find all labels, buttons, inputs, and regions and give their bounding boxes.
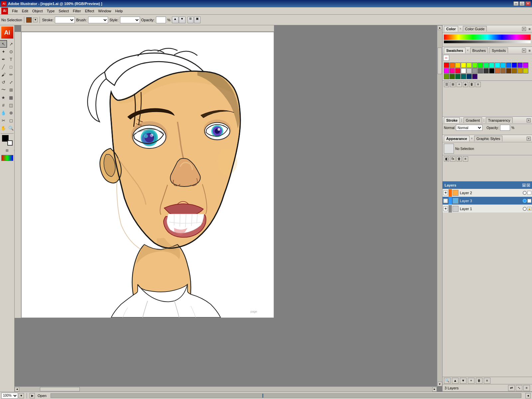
swatch-color-00ccff[interactable] bbox=[500, 63, 506, 68]
blend-mode-select[interactable]: Normal Multiply Screen bbox=[456, 125, 482, 131]
layers-new-layer-btn[interactable]: + bbox=[468, 378, 474, 384]
swatch-color-66ff00[interactable] bbox=[472, 63, 477, 68]
layers-expand-btn[interactable]: ▲ bbox=[522, 184, 526, 187]
swatch-color-336600[interactable] bbox=[450, 74, 455, 79]
app-del-btn[interactable]: 🗑 bbox=[457, 156, 462, 162]
swatch-del-btn[interactable]: 🗑 bbox=[469, 82, 474, 87]
selection-tool[interactable]: ↖ bbox=[0, 40, 7, 48]
opacity-panel-input[interactable]: 19 bbox=[500, 125, 510, 131]
layer-1-target[interactable] bbox=[523, 207, 527, 211]
swatch-color-006633[interactable] bbox=[455, 74, 461, 79]
layer-3-visibility[interactable]: 👁 bbox=[443, 199, 448, 203]
scroll-down-btn[interactable]: ▼ bbox=[438, 382, 442, 386]
tab-symbols[interactable]: Symbols bbox=[489, 48, 508, 53]
swatch-color-003366[interactable] bbox=[466, 74, 472, 79]
layer-3-lock[interactable] bbox=[527, 199, 531, 203]
tab-gradient[interactable]: Gradient bbox=[464, 117, 482, 123]
tab-swatches-x[interactable]: × bbox=[467, 49, 469, 52]
swatch-color-00ffcc[interactable] bbox=[489, 63, 494, 68]
opacity-input[interactable]: 19 bbox=[156, 17, 166, 23]
swatch-color-ccff00[interactable] bbox=[466, 63, 472, 68]
fill-option-btn[interactable]: ▼ bbox=[33, 18, 38, 22]
tab-graphic-styles[interactable]: Graphic Styles bbox=[474, 136, 503, 141]
tab-swatches[interactable]: Swatches bbox=[444, 48, 466, 53]
swatch-color-006666[interactable] bbox=[461, 74, 466, 79]
eraser-tool[interactable]: ◻ bbox=[7, 117, 15, 124]
screen-mode-btn[interactable] bbox=[1, 155, 13, 161]
swatch-color-ffcc00[interactable] bbox=[455, 63, 461, 68]
swatch-color-00ff00[interactable] bbox=[478, 63, 483, 68]
scroll-up-btn[interactable]: ▲ bbox=[438, 25, 442, 30]
minimize-button[interactable]: – bbox=[513, 1, 519, 6]
swatch-color-ff0033[interactable] bbox=[455, 68, 461, 73]
swatch-color-ffff00[interactable] bbox=[461, 63, 466, 68]
zoom-select[interactable]: 100% 50% 200% bbox=[1, 393, 18, 399]
swatch-color-ff0000[interactable] bbox=[444, 63, 449, 68]
swatch-color-996600[interactable] bbox=[512, 68, 517, 73]
layer-row-2[interactable]: 👁 Layer 2 bbox=[443, 189, 532, 197]
swatch-type-btn[interactable]: ◈ bbox=[463, 82, 468, 87]
title-bar-controls[interactable]: – □ × bbox=[513, 1, 531, 6]
menu-effect[interactable]: Effect bbox=[83, 8, 96, 14]
menu-help[interactable]: Help bbox=[113, 8, 125, 14]
tab-transparency[interactable]: Transparency bbox=[486, 117, 513, 123]
menu-file[interactable]: File bbox=[10, 8, 20, 14]
scissors-tool[interactable]: ✂ bbox=[0, 117, 7, 124]
opacity-down[interactable]: ▼ bbox=[179, 17, 186, 23]
layer-1-lock[interactable]: 🔒 bbox=[527, 207, 531, 211]
app-menu-btn[interactable]: ≡ bbox=[463, 156, 468, 162]
layers-navigate-btn[interactable]: ⇄ bbox=[508, 385, 515, 391]
stroke-panel-close[interactable]: × bbox=[527, 118, 531, 122]
layers-find-btn[interactable]: 🔍 bbox=[444, 378, 451, 384]
tab-color-guide[interactable]: Color Guide bbox=[463, 26, 487, 32]
eyedropper-tool[interactable]: 💧 bbox=[0, 109, 7, 116]
scroll-track-vertical[interactable] bbox=[437, 30, 442, 382]
layers-options-btn[interactable]: ≡ bbox=[523, 385, 530, 391]
layers-del-btn[interactable]: 🗑 bbox=[476, 378, 482, 384]
swatch-color-ff0099[interactable] bbox=[450, 68, 455, 73]
brush-select[interactable] bbox=[88, 17, 108, 23]
layer-3-target[interactable] bbox=[523, 199, 527, 203]
swatch-color-333333[interactable] bbox=[483, 68, 489, 73]
swatch-color-6600ff[interactable] bbox=[517, 63, 523, 68]
swatch-group-btn[interactable]: ⊞ bbox=[450, 82, 456, 87]
color-btn[interactable]: ■ bbox=[0, 147, 3, 154]
swatches-panel-expand[interactable]: ≡ bbox=[529, 49, 531, 53]
appearance-panel-close[interactable]: × bbox=[527, 137, 531, 141]
color-panel-close[interactable]: × bbox=[522, 27, 526, 31]
status-info-btn[interactable]: ▶ bbox=[30, 393, 35, 398]
layers-menu-btn[interactable]: ≡ bbox=[484, 378, 490, 384]
scroll-track-horizontal[interactable] bbox=[19, 387, 432, 392]
line-tool[interactable]: ╱ bbox=[0, 63, 7, 70]
hand-tool[interactable]: ✋ bbox=[0, 124, 7, 132]
status-end-btn[interactable]: ◄ bbox=[525, 393, 531, 398]
layers-go-up-btn[interactable]: ▲ bbox=[452, 378, 459, 384]
menu-edit[interactable]: Edit bbox=[20, 8, 30, 14]
fill-swatch[interactable] bbox=[26, 17, 32, 23]
free-transform-tool[interactable]: ⊞ bbox=[7, 86, 15, 93]
scroll-left-btn[interactable]: ◄ bbox=[15, 387, 19, 392]
swatches-panel-close[interactable]: × bbox=[522, 49, 526, 53]
vertical-scrollbar[interactable]: ▲ ▼ bbox=[437, 25, 442, 386]
menu-object[interactable]: Object bbox=[30, 8, 45, 14]
swatch-color-330066[interactable] bbox=[472, 74, 477, 79]
align-btn[interactable]: ⊞ bbox=[188, 17, 194, 23]
opacity-up[interactable]: ▲ bbox=[172, 17, 179, 23]
swatch-color-0000ff[interactable] bbox=[512, 63, 517, 68]
swatch-color-999999[interactable] bbox=[472, 68, 477, 73]
tab-brushes[interactable]: Brushes bbox=[470, 48, 488, 53]
layer-2-visibility[interactable]: 👁 bbox=[443, 191, 448, 195]
swatch-color-ff6600[interactable] bbox=[450, 63, 455, 68]
swatch-color-ffffff[interactable] bbox=[461, 68, 466, 73]
swatch-list-btn[interactable]: ☰ bbox=[444, 82, 449, 87]
paintbrush-tool[interactable]: 🖌 bbox=[0, 71, 7, 78]
appearance-swatch[interactable] bbox=[444, 144, 454, 154]
layer-row-1[interactable]: 👁 Layer 1 🔒 bbox=[443, 205, 532, 213]
horizontal-scrollbar[interactable]: ◄ ► bbox=[15, 386, 437, 392]
tab-gradient-x[interactable]: | bbox=[483, 118, 484, 122]
color-panel-expand[interactable]: ≡ bbox=[529, 27, 531, 31]
tab-color-x[interactable]: × bbox=[460, 27, 462, 31]
swatch-color-cc00ff[interactable] bbox=[523, 63, 528, 68]
menu-filter[interactable]: Filter bbox=[71, 8, 83, 14]
pencil-tool[interactable]: ✏ bbox=[7, 71, 15, 78]
